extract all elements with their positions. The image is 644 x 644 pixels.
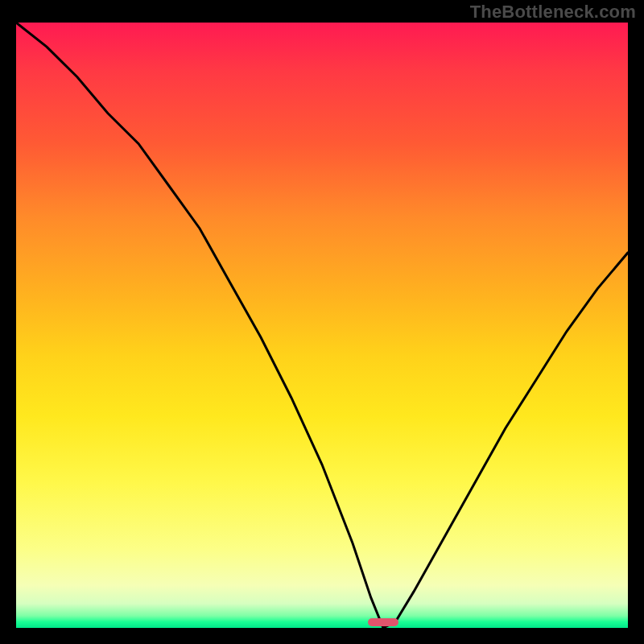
bottleneck-curve	[16, 23, 628, 628]
curve-layer	[16, 23, 628, 628]
optimal-marker	[368, 618, 398, 626]
chart-frame: TheBottleneck.com	[0, 0, 644, 644]
watermark-text: TheBottleneck.com	[470, 2, 636, 23]
plot-area	[16, 23, 628, 628]
